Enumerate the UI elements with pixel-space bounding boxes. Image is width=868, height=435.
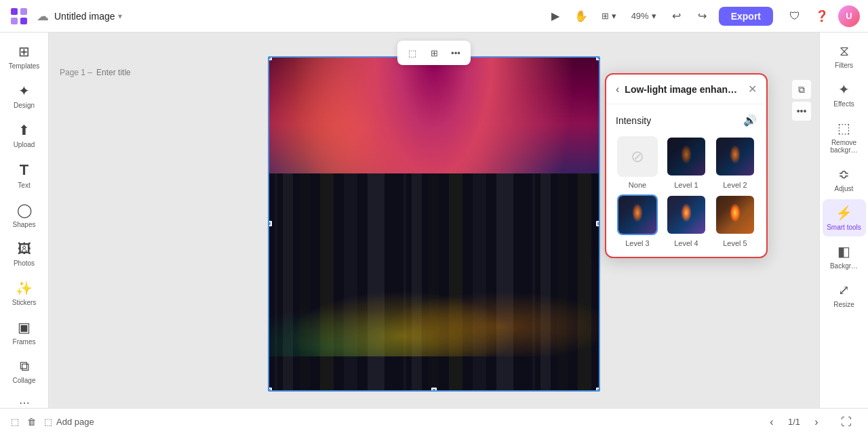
sidebar-item-text[interactable]: T Text (3, 156, 46, 195)
title-chevron-icon: ▾ (118, 12, 122, 21)
right-panel-effects[interactable]: ✦ Effects (823, 76, 866, 113)
right-panel-smart-tools[interactable]: ⚡ Smart tools (823, 199, 866, 236)
level-5[interactable]: Level 5 (713, 194, 757, 247)
smart-panel-close-button[interactable]: ✕ (748, 83, 757, 96)
sidebar-item-collage[interactable]: ⧉ Collage (3, 353, 46, 390)
main-area: ⊞ Templates ✦ Design ⬆ Upload T Text ◯ S… (0, 33, 868, 408)
level-2-thumb (715, 136, 755, 177)
design-icon: ✦ (18, 83, 30, 99)
sidebar-item-shapes[interactable]: ◯ Shapes (3, 196, 46, 234)
level-2[interactable]: Level 2 (713, 136, 757, 189)
level-none-thumb: ⊘ (617, 136, 658, 177)
select-tool-button[interactable]: ⬚ (403, 43, 422, 62)
hand-tool-button[interactable]: ✋ (570, 5, 592, 27)
sidebar-more-button[interactable]: ⋯ (14, 392, 35, 408)
topbar: ☁ Untitled image ▾ ▶ ✋ ⊞ ▾ 49% ▾ ↩ ↪ Exp… (0, 0, 868, 33)
trash-icon: 🗑 (27, 417, 36, 427)
resize-handle-tr[interactable] (596, 56, 600, 60)
document-title[interactable]: Untitled image ▾ (54, 11, 122, 22)
shapes-icon: ◯ (17, 202, 32, 218)
canvas-image-container[interactable] (268, 56, 600, 392)
adjust-icon: ≎ (838, 166, 850, 182)
intensity-row: Intensity 🔊 (616, 114, 757, 127)
user-avatar[interactable]: U (838, 5, 860, 27)
prev-page-button[interactable]: ‹ (761, 411, 783, 433)
background-icon: ◧ (837, 243, 850, 260)
layout-icon: ⊞ (601, 11, 609, 21)
export-button[interactable]: Export (719, 7, 773, 26)
toolbar-tools: ▶ ✋ ⊞ ▾ 49% ▾ ↩ ↪ (545, 5, 713, 27)
layout-chevron-icon: ▾ (612, 11, 616, 21)
fullscreen-button[interactable]: ⛶ (835, 411, 857, 433)
sidebar-item-templates[interactable]: ⊞ Templates (3, 38, 46, 76)
level-1[interactable]: Level 1 (665, 136, 708, 189)
resize-handle-bl[interactable] (268, 388, 272, 392)
page-count: 1/1 (788, 417, 800, 427)
level-none[interactable]: ⊘ None (616, 136, 659, 189)
smart-panel-body: Intensity 🔊 ⊘ None (606, 104, 766, 257)
shield-icon[interactable]: 🛡 (784, 5, 806, 27)
canvas-toolbar: ⬚ ⊞ ••• (397, 41, 471, 65)
resize-handle-br[interactable] (596, 388, 600, 392)
level-4[interactable]: Level 4 (665, 194, 708, 247)
canvas-wrapper (258, 66, 610, 381)
level-5-thumb (715, 194, 755, 235)
right-panel: ⧖ Filters ✦ Effects ⬚ Remove backgr… ≎ A… (819, 33, 868, 408)
bottom-bar: ⬚ 🗑 ⬚ Add page ‹ 1/1 › ⛶ (0, 408, 868, 435)
sidebar-item-upload[interactable]: ⬆ Upload (3, 117, 46, 154)
layout-button[interactable]: ⊞ ▾ (596, 8, 622, 24)
svg-rect-1 (20, 8, 27, 15)
page-title-input[interactable] (96, 68, 198, 77)
canvas-area: ⬚ ⊞ ••• Page 1 – ⧉ • (49, 33, 819, 408)
level-3[interactable]: Level 3 (616, 194, 659, 247)
level-4-label: Level 4 (674, 239, 698, 247)
page-nav: ‹ 1/1 › (761, 411, 827, 433)
right-panel-filters[interactable]: ⧖ Filters (823, 38, 866, 75)
canvas-copy-button[interactable]: ⧉ (792, 80, 811, 99)
level-1-thumb (666, 136, 707, 177)
right-panel-remove-bg[interactable]: ⬚ Remove backgr… (823, 115, 866, 159)
templates-icon: ⊞ (18, 43, 30, 60)
sidebar-item-photos[interactable]: 🖼 Photos (3, 236, 46, 273)
none-icon: ⊘ (631, 147, 644, 166)
level-none-label: None (629, 181, 646, 189)
canvas-more-button[interactable]: ••• (792, 102, 811, 121)
resize-handle-tl[interactable] (268, 56, 272, 60)
redo-button[interactable]: ↪ (692, 5, 713, 27)
delete-button[interactable]: 🗑 (27, 417, 36, 427)
sidebar-item-stickers[interactable]: ✨ Stickers (3, 274, 46, 312)
more-tool-button[interactable]: ••• (446, 43, 465, 62)
app-logo[interactable] (8, 5, 30, 27)
effects-icon: ✦ (838, 81, 850, 98)
text-icon: T (20, 161, 28, 179)
zoom-chevron-icon: ▾ (652, 11, 656, 21)
level-3-thumb (617, 194, 658, 235)
resize-handle-bm[interactable] (431, 388, 437, 392)
sidebar-item-frames[interactable]: ▣ Frames (3, 314, 46, 352)
right-panel-resize[interactable]: ⤢ Resize (823, 276, 866, 314)
frames-icon: ▣ (18, 319, 31, 335)
smart-panel-back-button[interactable]: ‹ (616, 83, 619, 96)
svg-rect-0 (11, 8, 18, 15)
restore-button[interactable]: ⬚ (11, 417, 19, 427)
add-page-button[interactable]: ⬚ Add page (44, 417, 94, 427)
topbar-right: 🛡 ❓ U (784, 5, 860, 27)
right-panel-background[interactable]: ◧ Backgr… (823, 238, 866, 275)
undo-button[interactable]: ↩ (666, 5, 688, 27)
next-page-button[interactable]: › (806, 411, 827, 433)
intensity-label: Intensity (616, 115, 651, 126)
play-button[interactable]: ▶ (545, 5, 566, 27)
grid-tool-button[interactable]: ⊞ (425, 43, 443, 62)
help-icon[interactable]: ❓ (811, 5, 833, 27)
resize-handle-ml[interactable] (268, 221, 272, 226)
upload-icon: ⬆ (18, 122, 30, 138)
right-panel-adjust[interactable]: ≎ Adjust (823, 161, 866, 198)
smart-panel-header: ‹ Low-light image enhan… ✕ (606, 75, 766, 104)
filters-icon: ⧖ (840, 43, 849, 59)
svg-rect-3 (20, 18, 27, 24)
intensity-icon: 🔊 (743, 114, 757, 127)
resize-icon: ⤢ (838, 282, 850, 298)
zoom-button[interactable]: 49% ▾ (626, 8, 662, 24)
sidebar-item-design[interactable]: ✦ Design (3, 77, 46, 115)
resize-handle-mr[interactable] (596, 221, 600, 226)
